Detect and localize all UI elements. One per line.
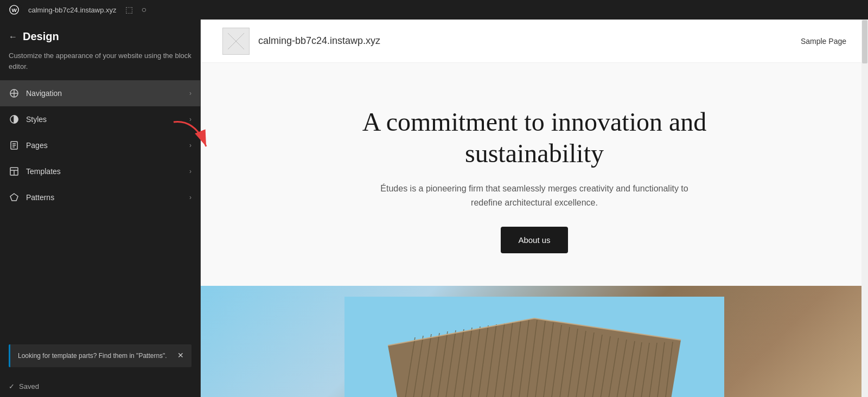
about-us-button[interactable]: About us bbox=[501, 227, 567, 253]
sidebar-header: ← Design bbox=[0, 20, 200, 48]
hero-title: A commitment to innovation and sustainab… bbox=[344, 106, 724, 169]
hero-section: A commitment to innovation and sustainab… bbox=[201, 63, 868, 286]
search-icon[interactable]: ○ bbox=[139, 3, 149, 17]
preview-nav-link[interactable]: Sample Page bbox=[801, 37, 846, 46]
hero-subtitle: Études is a pioneering firm that seamles… bbox=[372, 182, 697, 209]
site-logo-placeholder bbox=[222, 28, 250, 55]
sidebar-item-patterns[interactable]: Patterns › bbox=[0, 184, 200, 210]
sidebar-footer: ✓ Saved bbox=[0, 376, 200, 397]
sidebar-item-styles[interactable]: Styles › bbox=[0, 106, 200, 132]
svg-text:W: W bbox=[12, 7, 17, 13]
notification-banner: Looking for template parts? Find them in… bbox=[9, 344, 192, 367]
sidebar-item-pages[interactable]: Pages › bbox=[0, 132, 200, 158]
patterns-chevron: › bbox=[189, 194, 192, 201]
patterns-label: Patterns bbox=[26, 193, 183, 202]
topbar-icons: ⬚ ○ bbox=[123, 3, 149, 17]
notification-text: Looking for template parts? Find them in… bbox=[18, 351, 172, 361]
pages-icon bbox=[9, 140, 20, 151]
saved-label: Saved bbox=[19, 382, 39, 390]
sidebar: ← Design Customize the appearance of you… bbox=[0, 20, 201, 397]
templates-icon bbox=[9, 166, 20, 177]
pages-label: Pages bbox=[26, 141, 183, 150]
saved-check-icon: ✓ bbox=[9, 382, 15, 390]
preview-nav: calming-bb7c24.instawp.xyz Sample Page bbox=[201, 20, 868, 63]
preview-content[interactable]: A commitment to innovation and sustainab… bbox=[201, 63, 868, 397]
styles-label: Styles bbox=[26, 115, 183, 124]
pages-chevron: › bbox=[189, 142, 192, 149]
styles-chevron: › bbox=[189, 116, 192, 123]
sidebar-item-navigation[interactable]: Navigation › bbox=[0, 80, 200, 106]
preview-scrollbar-thumb bbox=[862, 20, 867, 63]
building-image bbox=[201, 286, 868, 397]
sidebar-menu: Navigation › Styles › Pages › bbox=[0, 80, 200, 210]
styles-icon bbox=[9, 114, 20, 125]
topbar: W calming-bb7c24.instawp.xyz ⬚ ○ bbox=[0, 0, 868, 20]
patterns-icon bbox=[9, 192, 20, 203]
main-layout: ← Design Customize the appearance of you… bbox=[0, 20, 868, 397]
sidebar-title: Design bbox=[23, 30, 59, 43]
notification-close-button[interactable]: ✕ bbox=[177, 351, 184, 360]
building-svg bbox=[344, 297, 724, 397]
external-link-icon[interactable]: ⬚ bbox=[123, 3, 135, 17]
wp-logo-icon[interactable]: W bbox=[7, 2, 22, 17]
navigation-label: Navigation bbox=[26, 89, 183, 98]
preview-site-name: calming-bb7c24.instawp.xyz bbox=[258, 35, 801, 47]
preview-scrollbar[interactable] bbox=[861, 20, 868, 397]
sidebar-description: Customize the appearance of your website… bbox=[0, 48, 200, 80]
navigation-chevron: › bbox=[189, 89, 192, 97]
preview-area: calming-bb7c24.instawp.xyz Sample Page A… bbox=[201, 20, 868, 397]
sidebar-item-templates[interactable]: Templates › bbox=[0, 158, 200, 184]
svg-marker-13 bbox=[10, 194, 18, 201]
templates-chevron: › bbox=[189, 168, 192, 175]
templates-label: Templates bbox=[26, 167, 183, 176]
navigation-icon bbox=[9, 88, 20, 99]
back-button[interactable]: ← bbox=[9, 32, 17, 42]
topbar-url: calming-bb7c24.instawp.xyz bbox=[28, 6, 117, 14]
